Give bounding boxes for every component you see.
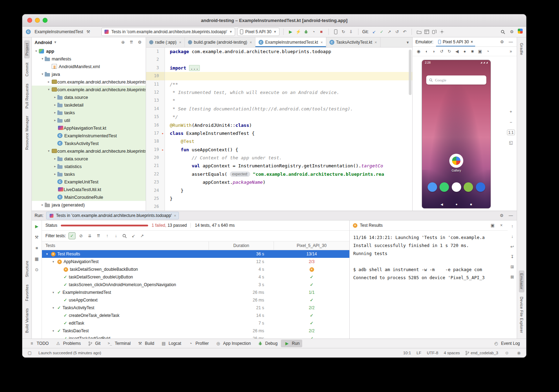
navbar-class[interactable]: ExampleInstrumentedTest [35,29,83,34]
zoom-reset-button[interactable]: 1:1 [507,130,515,135]
close-icon[interactable]: × [471,39,473,44]
tool-window-button-pull-requests[interactable]: Pull Requests [24,81,30,111]
test-result-row[interactable]: ✓taskDetailScreen_doubleUpButton4 s✓ [42,273,349,281]
locate-icon[interactable]: ⊕ [120,39,126,45]
project-tree-item[interactable]: ExampleInstrumentedTest [32,132,146,139]
editor-tab[interactable]: build.gradle (android-testing)× [185,37,255,47]
expand-chevron-icon[interactable]: ▸ [53,103,57,107]
colored-grid-icon[interactable] [518,29,523,34]
expand-chevron-icon[interactable]: ▾ [40,72,45,76]
sdk-manager-icon[interactable]: ⇩ [348,29,354,35]
tool-window-button-event-log[interactable]: ◴Event Log [490,340,523,347]
project-tree-item[interactable]: ▾com.example.android.architecture.bluepr… [32,147,146,155]
expand-chevron-icon[interactable]: ▾ [40,57,45,60]
code-line[interactable]: 21 val appContext = InstrumentationRegis… [146,162,412,170]
tool-window-button-project[interactable]: Project [24,40,30,58]
expand-chevron-icon[interactable]: ▸ [53,157,57,160]
rotate-left-icon[interactable]: ↺ [438,48,445,55]
pass-filter-icon[interactable]: ✓ [68,232,75,239]
settings-icon[interactable]: ⚙ [499,39,505,45]
test-result-row[interactable]: ✓createOneTask_deleteTask14 s✓ [42,312,349,319]
expand-chevron-icon[interactable]: ▾ [46,88,51,91]
expand-chevron-icon[interactable]: ▾ [51,291,56,294]
nav-home-icon[interactable]: ● [456,203,457,206]
float-icon[interactable]: ▣ [489,222,496,228]
code-editor[interactable]: 1package com.example.android.architectur… [146,48,412,211]
tool-window-button-logcat[interactable]: ▤Logcat [158,340,184,347]
back-icon[interactable]: ◀ [454,48,460,55]
fit-screen-icon[interactable]: ◱ [508,139,514,146]
arrow-down-icon[interactable]: ↓ [113,233,119,239]
editor-tab[interactable]: ExampleInstrumentedTest.kt× [255,37,326,47]
play-icon[interactable]: ▶ [288,29,294,35]
tool-window-button-debug[interactable]: Debug [254,340,280,347]
test-result-row[interactable]: ✓editTask7 s✓ [42,319,349,327]
messages-app-icon[interactable] [440,182,449,192]
code-line[interactable]: 20 // Context of the app under test. [146,154,412,162]
maps-app-icon[interactable] [452,182,461,192]
expand-chevron-icon[interactable]: ▸ [53,172,57,176]
layout-inspector-icon[interactable] [423,29,430,35]
snapshots-icon[interactable]: ◔ [485,48,491,55]
apply-changes-icon[interactable]: ⚡ [295,29,302,35]
print-icon[interactable]: ⊞ [509,264,515,270]
emulator-device-tab[interactable]: Pixel 5 API 30 × [436,37,475,46]
close-icon[interactable]: × [498,222,504,228]
screenshot-icon[interactable]: ▣ [477,48,483,55]
code-line[interactable]: 24 } [146,187,412,195]
tool-window-button-git[interactable]: Git [84,340,103,347]
close-tab-icon[interactable]: × [320,40,322,44]
tool-window-button-app-inspection[interactable]: ◎App Inspection [212,340,254,347]
editor-tab[interactable]: TasksActivityTest.kt× [326,37,380,47]
minimize-icon[interactable]: — [508,39,514,45]
caret-position[interactable]: 10:1 [403,351,411,355]
phone-app-icon[interactable] [428,182,437,192]
git-push-icon[interactable]: ↗ [386,29,392,35]
test-result-row[interactable]: ▾✓ExampleInstrumentedTest26 ms1/1 [42,289,349,296]
overview-icon[interactable]: ■ [469,48,475,55]
feedback-smiley-icon[interactable]: ☺ [504,350,510,356]
code-line[interactable]: 16@RunWith(AndroidJUnit4::class) [146,121,412,129]
close-tab-icon[interactable]: × [250,40,252,44]
test-result-row[interactable]: ×taskDetailScreen_doubleBackButton4 s× [42,266,349,273]
play-icon[interactable]: ▶ [34,223,40,230]
code-line[interactable]: 12 * Instrumented test, which will execu… [146,88,412,96]
code-line[interactable]: 2 [146,56,412,64]
camera-app-icon[interactable] [476,182,485,192]
project-tree-item[interactable]: ▸tasks [32,109,146,116]
zoom-out-icon[interactable]: − [508,119,514,125]
project-tree-item[interactable]: ▾manifests [32,55,146,63]
project-tree-item[interactable]: TasksActivityTest [32,139,146,147]
device-select[interactable]: Pixel 5 API 30 ▼ [237,28,280,36]
close-tab-icon[interactable]: × [179,40,181,44]
debug-icon[interactable] [303,29,309,35]
hammer-icon[interactable]: ⚒ [85,29,92,35]
git-commit-icon[interactable]: ✓ [378,29,385,35]
code-line[interactable]: 10 [146,72,412,80]
code-line[interactable]: 17▸class ExampleInstrumentedTest { [146,129,412,137]
test-result-row[interactable]: ▾✓TasksDaoTest26 ms2/2 [42,327,349,335]
test-result-row[interactable]: ▾×Test Results36 s13/14 [42,250,349,258]
test-result-row[interactable]: ✓tasksScreen_clickOnAndroidHomeIcon_Open… [42,281,349,289]
nav-overview-icon[interactable]: ■ [470,203,472,206]
tool-window-button-commit[interactable]: Commit [24,60,30,79]
stop-icon[interactable]: ■ [318,29,325,35]
tool-window-button-problems[interactable]: ⚠Problems [52,340,84,347]
wrench-icon[interactable]: ⚒ [34,234,40,240]
test-result-row[interactable]: ▾✓TasksActivityTest21 s2/2 [42,304,349,312]
zoom-window-button[interactable] [43,18,48,23]
project-tree-item[interactable]: ▾app [32,47,146,55]
line-ending[interactable]: LF [416,351,421,355]
google-search-bar[interactable]: Google [426,75,486,85]
expand-chevron-icon[interactable]: ▸ [53,95,57,99]
code-line[interactable]: 22 assertEquals( expected: "com.example.… [146,170,412,178]
arrow-up-icon[interactable]: ↑ [104,233,110,239]
device-manager-icon[interactable] [333,29,339,35]
test-history-icon[interactable] [122,233,128,239]
expand-chevron-icon[interactable]: ▾ [45,252,49,256]
test-result-row[interactable]: ✓insertTaskAndGetById26 ms✓ [42,335,349,339]
zoom-in-icon[interactable]: + [508,109,514,115]
tool-window-button-structure[interactable]: Structure [24,258,30,280]
arrow-down-icon[interactable]: ↓ [509,233,515,240]
collapse-all-icon[interactable]: ⇈ [95,233,102,239]
